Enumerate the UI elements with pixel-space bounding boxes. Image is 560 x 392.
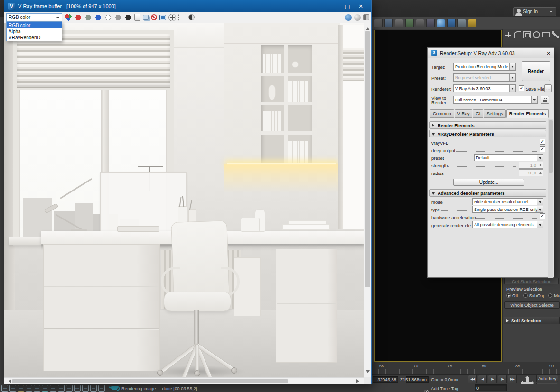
- statusbar-mini-icon[interactable]: [90, 385, 97, 392]
- view-to-render-dropdown[interactable]: Full screen - Camera004: [453, 96, 538, 104]
- type-dropdown[interactable]: Single pass denoise on RGB only: [472, 206, 543, 213]
- curve-editor-icon[interactable]: [416, 19, 424, 27]
- render-elements-rollout[interactable]: Render Elements: [429, 121, 546, 129]
- play-button[interactable]: ▶: [488, 375, 497, 383]
- radio-subobj[interactable]: [523, 293, 528, 298]
- statusbar-mini-icon[interactable]: [50, 385, 56, 392]
- channel-select[interactable]: RGB color: [6, 13, 62, 22]
- spinner-down-icon[interactable]: [539, 172, 542, 175]
- tab-settings[interactable]: Settings: [484, 109, 505, 118]
- advanced-denoiser-rollout[interactable]: Advanced denoiser parameters: [429, 189, 546, 197]
- track-bar[interactable]: 65 70 75 80 85 90: [372, 362, 560, 374]
- vfb-render-image[interactable]: [4, 23, 364, 377]
- strength-spinner[interactable]: 1,0: [519, 162, 543, 169]
- statusbar-mini-icon[interactable]: [26, 385, 32, 392]
- alpha-channel-icon[interactable]: [104, 14, 112, 21]
- dialog-close-button[interactable]: ✕: [546, 50, 551, 56]
- maximize-button[interactable]: ▢: [341, 3, 354, 9]
- save-file-browse-button[interactable]: ...: [544, 84, 552, 92]
- modify-panel-tab-icon[interactable]: [514, 31, 521, 38]
- next-frame-button[interactable]: ▶: [498, 375, 507, 383]
- statusbar-mini-icon[interactable]: [34, 385, 40, 392]
- color-corrections-globe-icon[interactable]: [345, 14, 352, 21]
- clear-image-icon[interactable]: [151, 14, 157, 20]
- renderer-dropdown[interactable]: V-Ray Adv 3.60.03: [453, 84, 516, 92]
- current-frame-field[interactable]: 0: [475, 384, 507, 391]
- save-image-icon[interactable]: [134, 14, 140, 21]
- statusbar-mini-icon[interactable]: [9, 385, 16, 392]
- radius-spinner[interactable]: 10,0: [519, 169, 543, 176]
- update-button[interactable]: Update...: [453, 179, 524, 186]
- channel-option-alpha[interactable]: Alpha: [7, 28, 62, 35]
- vfb-horizontal-scrollbar[interactable]: [4, 377, 364, 384]
- statusbar-mini-icon[interactable]: [58, 385, 65, 392]
- spinner-down-icon[interactable]: [539, 164, 542, 167]
- image-history-icon[interactable]: [143, 15, 149, 20]
- vfb-vscroll-thumb[interactable]: [365, 31, 370, 287]
- dialog-scrollbar[interactable]: [548, 119, 553, 278]
- statusbar-mini-icon[interactable]: [98, 385, 105, 392]
- region-render-icon[interactable]: [178, 14, 186, 21]
- render-setup-titlebar[interactable]: 3 Render Setup: V-Ray Adv 3.60.03 — ✕: [428, 48, 554, 58]
- create-panel-tab-icon[interactable]: [504, 31, 512, 38]
- schematic-view-icon[interactable]: [426, 19, 435, 27]
- tab-common[interactable]: Common: [430, 109, 454, 118]
- coordinate-z-field[interactable]: 151,868mm: [406, 376, 429, 383]
- statusbar-mini-icon[interactable]: [74, 385, 81, 392]
- tab-vray[interactable]: V-Ray: [455, 109, 473, 118]
- lens-effects-icon[interactable]: [363, 14, 369, 20]
- radio-off[interactable]: [506, 293, 511, 298]
- statusbar-mini-icon[interactable]: [18, 385, 24, 392]
- scroll-up-icon[interactable]: [366, 26, 370, 30]
- scroll-left-icon[interactable]: [7, 379, 11, 383]
- scroll-right-icon[interactable]: [356, 379, 361, 383]
- motion-panel-tab-icon[interactable]: [533, 31, 540, 38]
- track-mouse-icon[interactable]: [168, 14, 176, 21]
- statusbar-mini-icon[interactable]: [82, 385, 89, 392]
- sign-in-button[interactable]: Sign In: [513, 7, 556, 16]
- go-to-end-button[interactable]: ▶▶: [508, 375, 517, 383]
- render-button[interactable]: Render: [522, 61, 550, 81]
- material-editor-icon[interactable]: [437, 19, 445, 27]
- vfb-hscroll-thumb[interactable]: [12, 379, 288, 383]
- hardware-acceleration-checkbox[interactable]: ✓: [540, 213, 545, 219]
- render-production-icon[interactable]: [468, 19, 476, 27]
- statusbar-mini-icon[interactable]: [42, 385, 48, 392]
- utilities-panel-tab-icon[interactable]: [552, 31, 559, 38]
- align-icon[interactable]: [384, 19, 393, 27]
- compare-ab-icon[interactable]: [188, 14, 195, 20]
- hierarchy-panel-tab-icon[interactable]: [523, 31, 531, 38]
- rendered-frame-window-icon[interactable]: [457, 19, 466, 27]
- tab-gi[interactable]: GI: [473, 109, 483, 118]
- statusbar-mini-icon[interactable]: [66, 385, 73, 392]
- display-panel-tab-icon[interactable]: [542, 32, 550, 37]
- vfb-titlebar[interactable]: V V-Ray frame buffer - [100% of 947 x 10…: [4, 0, 371, 12]
- scroll-down-icon[interactable]: [366, 370, 370, 375]
- statusbar-mini-icon[interactable]: [1, 385, 8, 392]
- lock-view-button[interactable]: [541, 96, 549, 104]
- exposure-sphere-icon[interactable]: [354, 14, 361, 21]
- layer-explorer-icon[interactable]: [395, 19, 403, 27]
- go-to-start-button[interactable]: ◀◀: [468, 375, 477, 383]
- close-button[interactable]: ✕: [354, 3, 367, 9]
- get-stack-selection-button[interactable]: Get Stack Selection: [504, 278, 559, 284]
- scene-explorer-icon[interactable]: [405, 19, 414, 27]
- channel-option-rgb[interactable]: RGB color: [7, 22, 62, 28]
- duplicate-to-host-icon[interactable]: [159, 15, 166, 20]
- save-file-checkbox[interactable]: ✓: [519, 85, 524, 91]
- render-setup-icon[interactable]: [447, 19, 456, 27]
- add-time-tag-label[interactable]: Add Time Tag: [431, 386, 458, 391]
- channel-option-vrayrenderid[interactable]: VRayRenderID: [7, 35, 62, 41]
- tab-render-elements[interactable]: Render Elements: [506, 109, 549, 118]
- soft-selection-rollout[interactable]: Soft Selection: [504, 317, 560, 324]
- red-channel-icon[interactable]: [75, 14, 82, 21]
- rgb-channels-icon[interactable]: [65, 14, 72, 21]
- auto-key-button[interactable]: Auto Key: [536, 375, 558, 382]
- blue-channel-icon[interactable]: [94, 14, 102, 21]
- target-dropdown[interactable]: Production Rendering Mode: [453, 63, 516, 71]
- preset-dropdown[interactable]: No preset selected: [453, 73, 516, 82]
- vraydenoiser-rollout[interactable]: VRayDenoiser Parameters: [429, 130, 546, 137]
- mode-dropdown[interactable]: Hide denoiser result channel: [472, 198, 543, 205]
- denoiser-preset-dropdown[interactable]: Default: [474, 154, 543, 161]
- vrayvfb-checkbox[interactable]: ✓: [540, 139, 545, 145]
